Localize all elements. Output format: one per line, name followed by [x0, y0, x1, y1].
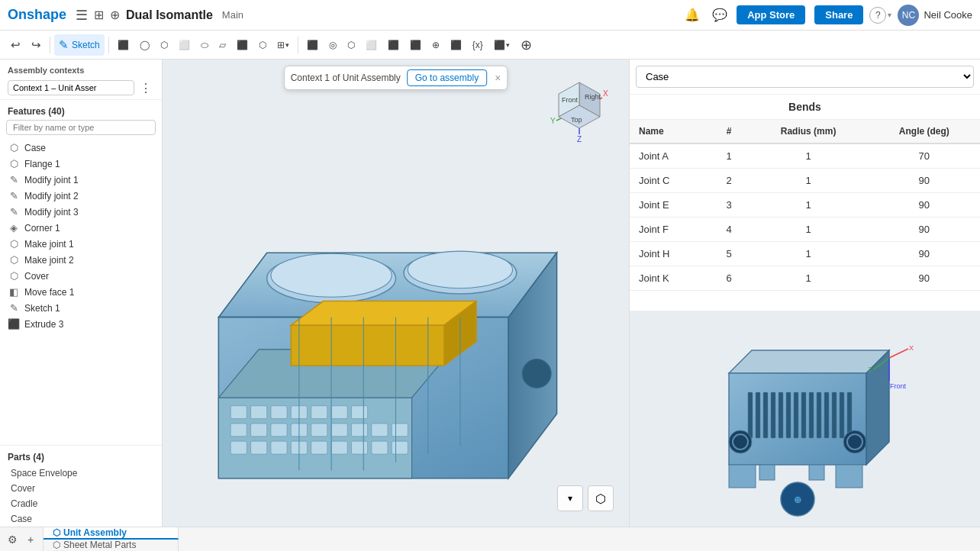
- help-menu[interactable]: ? ▾: [869, 7, 891, 24]
- case-selector[interactable]: Case: [636, 66, 974, 88]
- cell-radius: 1: [749, 242, 869, 266]
- tool-16[interactable]: ⊕: [427, 34, 444, 56]
- tool-1[interactable]: ⬛: [113, 34, 134, 56]
- feature-item[interactable]: ✎Sketch 1: [0, 300, 162, 316]
- table-row[interactable]: Joint A1170: [630, 143, 980, 169]
- svg-rect-10: [331, 406, 347, 419]
- goto-assembly-button[interactable]: Go to assembly: [407, 69, 487, 86]
- notification-icon[interactable]: 🔔: [682, 5, 703, 26]
- tab-add-icon[interactable]: +: [23, 532, 38, 547]
- table-row[interactable]: Joint K6190: [630, 266, 980, 291]
- tool-4[interactable]: ⬜: [174, 34, 195, 56]
- svg-rect-29: [392, 441, 408, 454]
- cell-num: 6: [710, 266, 749, 291]
- context-dropdown[interactable]: Context 1 – Unit Asser: [8, 80, 134, 95]
- bottom-tabs: ⚙ + ⬡Unit Assembly⬡Sheet Metal Parts⬜Fla…: [0, 527, 980, 551]
- part-item[interactable]: Cover: [0, 481, 162, 496]
- features-filter: [0, 120, 162, 140]
- tool-9[interactable]: ⊞▾: [272, 34, 294, 56]
- tool-8[interactable]: ⬡: [254, 34, 271, 56]
- feature-item[interactable]: ⬡Case: [0, 140, 162, 156]
- appstore-button[interactable]: App Store: [737, 5, 805, 24]
- tool-2[interactable]: ◯: [135, 34, 154, 56]
- feature-item[interactable]: ⬡Flange 1: [0, 156, 162, 172]
- svg-rect-18: [351, 424, 367, 437]
- tab-settings-icon[interactable]: ⚙: [5, 532, 20, 547]
- feature-item[interactable]: ⬛Extrude 3: [0, 316, 162, 332]
- view-cube-button[interactable]: ⬡: [588, 485, 614, 511]
- tool-18[interactable]: {x}: [468, 34, 488, 56]
- tool-17[interactable]: ⬛: [446, 34, 466, 56]
- cell-angle: 70: [869, 143, 980, 169]
- grid-icon[interactable]: ⊞: [94, 8, 104, 22]
- tool-15[interactable]: ⬛: [405, 34, 426, 56]
- menu-icon[interactable]: ☰: [76, 7, 88, 24]
- svg-rect-67: [779, 392, 783, 438]
- feature-icon: ⬛: [8, 318, 20, 330]
- tool-13[interactable]: ⬜: [361, 34, 382, 56]
- feature-item[interactable]: ✎Modify joint 3: [0, 204, 162, 220]
- svg-rect-60: [759, 465, 775, 480]
- bottom-tab-1[interactable]: ⬡Sheet Metal Parts: [44, 540, 179, 550]
- sketch-button[interactable]: ✎ Sketch: [54, 34, 105, 56]
- svg-rect-14: [271, 424, 287, 437]
- parts-list: Space EnvelopeCoverCradleCase: [0, 466, 162, 527]
- onshape-logo[interactable]: Onshape: [8, 7, 66, 23]
- svg-text:Front: Front: [890, 382, 907, 390]
- feature-icon: ✎: [8, 206, 20, 218]
- user-profile[interactable]: NC Neil Cooke: [898, 5, 972, 26]
- table-row[interactable]: Joint H5190: [630, 242, 980, 266]
- cell-num: 5: [710, 242, 749, 266]
- svg-rect-12: [230, 424, 247, 437]
- svg-rect-20: [251, 441, 267, 454]
- context-selector: Context 1 – Unit Asser ⋮: [8, 79, 154, 96]
- feature-item[interactable]: ✎Modify joint 2: [0, 188, 162, 204]
- feature-label: Cover: [24, 271, 154, 282]
- viewport[interactable]: Context 1 of Unit Assembly Go to assembl…: [163, 60, 629, 527]
- tool-3[interactable]: ⬡: [156, 34, 172, 56]
- tab-icon: ⬡: [53, 527, 60, 538]
- tool-11[interactable]: ◎: [324, 34, 341, 56]
- bottom-tab-0[interactable]: ⬡Unit Assembly: [44, 527, 179, 540]
- part-item[interactable]: Case: [0, 511, 162, 527]
- features-filter-input[interactable]: [6, 120, 156, 135]
- feature-icon: ✎: [8, 190, 20, 201]
- comment-icon[interactable]: 💬: [709, 5, 730, 26]
- tool-7[interactable]: ⬛: [232, 34, 253, 56]
- feature-item[interactable]: ⬡Make joint 1: [0, 236, 162, 252]
- feature-icon: ◧: [8, 286, 20, 298]
- table-row[interactable]: Joint E3190: [630, 193, 980, 218]
- tool-5[interactable]: ⬭: [196, 34, 213, 56]
- part-item[interactable]: Cradle: [0, 496, 162, 511]
- cube-navigator[interactable]: X Y Z Right Front Top: [545, 75, 614, 146]
- context-more-button[interactable]: ⋮: [137, 79, 154, 96]
- add-icon[interactable]: ⊕: [110, 8, 120, 22]
- tool-10[interactable]: ⬛: [302, 34, 323, 56]
- tool-14[interactable]: ⬛: [383, 34, 404, 56]
- feature-item[interactable]: ◈Corner 1: [0, 220, 162, 236]
- undo-button[interactable]: ↩: [6, 34, 25, 56]
- feature-item[interactable]: ⬡Cover: [0, 268, 162, 284]
- col-radius: Radius (mm): [749, 120, 869, 143]
- tool-add[interactable]: ⊕: [516, 34, 537, 56]
- tool-2-icon: ◯: [140, 40, 150, 50]
- svg-rect-9: [311, 406, 327, 419]
- tool-12[interactable]: ⬡: [343, 34, 359, 56]
- assembly-contexts-title: Assembly contexts: [8, 66, 154, 75]
- table-row[interactable]: Joint F4190: [630, 218, 980, 242]
- feature-item[interactable]: ⬡Make joint 2: [0, 252, 162, 268]
- svg-point-33: [408, 251, 512, 288]
- tool-6[interactable]: ▱: [214, 34, 230, 56]
- context-banner-close[interactable]: ×: [495, 72, 501, 84]
- share-button[interactable]: Share: [814, 5, 863, 24]
- svg-rect-69: [794, 392, 798, 438]
- tool-19[interactable]: ⬛▾: [489, 34, 514, 56]
- tool-3-icon: ⬡: [160, 40, 168, 50]
- feature-item[interactable]: ✎Modify joint 1: [0, 172, 162, 188]
- feature-item[interactable]: ◧Move face 1: [0, 284, 162, 300]
- table-row[interactable]: Joint C2190: [630, 169, 980, 193]
- view-options-button[interactable]: ▾: [557, 485, 583, 511]
- part-item[interactable]: Space Envelope: [0, 466, 162, 481]
- tool-4-icon: ⬜: [179, 40, 190, 50]
- redo-button[interactable]: ↪: [27, 34, 46, 56]
